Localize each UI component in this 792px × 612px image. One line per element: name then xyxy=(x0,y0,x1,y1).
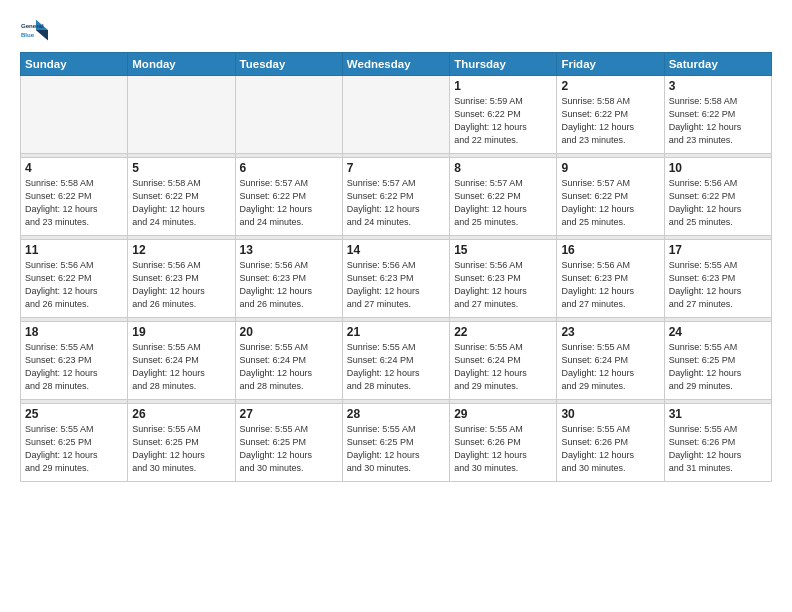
day-number: 23 xyxy=(561,325,659,339)
day-info: Sunrise: 5:56 AM Sunset: 6:22 PM Dayligh… xyxy=(25,259,123,311)
calendar-week-row: 11Sunrise: 5:56 AM Sunset: 6:22 PM Dayli… xyxy=(21,240,772,318)
calendar-cell: 29Sunrise: 5:55 AM Sunset: 6:26 PM Dayli… xyxy=(450,404,557,482)
day-info: Sunrise: 5:58 AM Sunset: 6:22 PM Dayligh… xyxy=(561,95,659,147)
calendar-cell xyxy=(235,76,342,154)
calendar-cell: 12Sunrise: 5:56 AM Sunset: 6:23 PM Dayli… xyxy=(128,240,235,318)
calendar-cell: 6Sunrise: 5:57 AM Sunset: 6:22 PM Daylig… xyxy=(235,158,342,236)
calendar-cell xyxy=(342,76,449,154)
day-number: 1 xyxy=(454,79,552,93)
day-header-saturday: Saturday xyxy=(664,53,771,76)
day-info: Sunrise: 5:55 AM Sunset: 6:24 PM Dayligh… xyxy=(132,341,230,393)
calendar-cell: 2Sunrise: 5:58 AM Sunset: 6:22 PM Daylig… xyxy=(557,76,664,154)
calendar-cell: 7Sunrise: 5:57 AM Sunset: 6:22 PM Daylig… xyxy=(342,158,449,236)
calendar-cell: 8Sunrise: 5:57 AM Sunset: 6:22 PM Daylig… xyxy=(450,158,557,236)
day-info: Sunrise: 5:58 AM Sunset: 6:22 PM Dayligh… xyxy=(132,177,230,229)
logo: General Blue xyxy=(20,16,52,44)
calendar-cell xyxy=(21,76,128,154)
calendar-cell: 3Sunrise: 5:58 AM Sunset: 6:22 PM Daylig… xyxy=(664,76,771,154)
calendar-cell: 23Sunrise: 5:55 AM Sunset: 6:24 PM Dayli… xyxy=(557,322,664,400)
day-number: 13 xyxy=(240,243,338,257)
day-number: 5 xyxy=(132,161,230,175)
day-number: 9 xyxy=(561,161,659,175)
logo-icon: General Blue xyxy=(20,16,48,44)
day-number: 26 xyxy=(132,407,230,421)
day-header-sunday: Sunday xyxy=(21,53,128,76)
calendar-cell xyxy=(128,76,235,154)
day-info: Sunrise: 5:55 AM Sunset: 6:26 PM Dayligh… xyxy=(454,423,552,475)
day-info: Sunrise: 5:59 AM Sunset: 6:22 PM Dayligh… xyxy=(454,95,552,147)
day-info: Sunrise: 5:58 AM Sunset: 6:22 PM Dayligh… xyxy=(25,177,123,229)
day-number: 29 xyxy=(454,407,552,421)
calendar-cell: 16Sunrise: 5:56 AM Sunset: 6:23 PM Dayli… xyxy=(557,240,664,318)
svg-marker-1 xyxy=(36,30,48,41)
calendar-cell: 18Sunrise: 5:55 AM Sunset: 6:23 PM Dayli… xyxy=(21,322,128,400)
day-info: Sunrise: 5:56 AM Sunset: 6:22 PM Dayligh… xyxy=(669,177,767,229)
day-info: Sunrise: 5:55 AM Sunset: 6:25 PM Dayligh… xyxy=(25,423,123,475)
day-number: 14 xyxy=(347,243,445,257)
day-info: Sunrise: 5:55 AM Sunset: 6:26 PM Dayligh… xyxy=(561,423,659,475)
day-info: Sunrise: 5:55 AM Sunset: 6:23 PM Dayligh… xyxy=(25,341,123,393)
day-number: 24 xyxy=(669,325,767,339)
day-header-thursday: Thursday xyxy=(450,53,557,76)
calendar-header-row: SundayMondayTuesdayWednesdayThursdayFrid… xyxy=(21,53,772,76)
day-number: 19 xyxy=(132,325,230,339)
calendar-cell: 21Sunrise: 5:55 AM Sunset: 6:24 PM Dayli… xyxy=(342,322,449,400)
day-number: 17 xyxy=(669,243,767,257)
day-number: 22 xyxy=(454,325,552,339)
day-number: 28 xyxy=(347,407,445,421)
day-header-monday: Monday xyxy=(128,53,235,76)
day-number: 31 xyxy=(669,407,767,421)
calendar-cell: 5Sunrise: 5:58 AM Sunset: 6:22 PM Daylig… xyxy=(128,158,235,236)
day-number: 2 xyxy=(561,79,659,93)
calendar-week-row: 25Sunrise: 5:55 AM Sunset: 6:25 PM Dayli… xyxy=(21,404,772,482)
day-number: 25 xyxy=(25,407,123,421)
calendar-cell: 1Sunrise: 5:59 AM Sunset: 6:22 PM Daylig… xyxy=(450,76,557,154)
calendar-table: SundayMondayTuesdayWednesdayThursdayFrid… xyxy=(20,52,772,482)
calendar-cell: 4Sunrise: 5:58 AM Sunset: 6:22 PM Daylig… xyxy=(21,158,128,236)
day-info: Sunrise: 5:57 AM Sunset: 6:22 PM Dayligh… xyxy=(347,177,445,229)
calendar-cell: 22Sunrise: 5:55 AM Sunset: 6:24 PM Dayli… xyxy=(450,322,557,400)
day-number: 4 xyxy=(25,161,123,175)
day-info: Sunrise: 5:55 AM Sunset: 6:24 PM Dayligh… xyxy=(347,341,445,393)
day-info: Sunrise: 5:55 AM Sunset: 6:23 PM Dayligh… xyxy=(669,259,767,311)
day-number: 12 xyxy=(132,243,230,257)
day-number: 3 xyxy=(669,79,767,93)
svg-text:Blue: Blue xyxy=(21,31,35,38)
day-number: 10 xyxy=(669,161,767,175)
calendar-cell: 17Sunrise: 5:55 AM Sunset: 6:23 PM Dayli… xyxy=(664,240,771,318)
day-info: Sunrise: 5:55 AM Sunset: 6:24 PM Dayligh… xyxy=(240,341,338,393)
day-number: 6 xyxy=(240,161,338,175)
day-info: Sunrise: 5:55 AM Sunset: 6:25 PM Dayligh… xyxy=(132,423,230,475)
day-header-wednesday: Wednesday xyxy=(342,53,449,76)
calendar-cell: 19Sunrise: 5:55 AM Sunset: 6:24 PM Dayli… xyxy=(128,322,235,400)
page: General Blue SundayMondayTuesdayWednesda… xyxy=(0,0,792,612)
day-info: Sunrise: 5:56 AM Sunset: 6:23 PM Dayligh… xyxy=(561,259,659,311)
day-number: 16 xyxy=(561,243,659,257)
day-info: Sunrise: 5:55 AM Sunset: 6:26 PM Dayligh… xyxy=(669,423,767,475)
calendar-cell: 9Sunrise: 5:57 AM Sunset: 6:22 PM Daylig… xyxy=(557,158,664,236)
day-info: Sunrise: 5:57 AM Sunset: 6:22 PM Dayligh… xyxy=(240,177,338,229)
day-number: 21 xyxy=(347,325,445,339)
calendar-cell: 30Sunrise: 5:55 AM Sunset: 6:26 PM Dayli… xyxy=(557,404,664,482)
svg-text:General: General xyxy=(21,22,44,29)
calendar-week-row: 1Sunrise: 5:59 AM Sunset: 6:22 PM Daylig… xyxy=(21,76,772,154)
calendar-cell: 28Sunrise: 5:55 AM Sunset: 6:25 PM Dayli… xyxy=(342,404,449,482)
day-number: 18 xyxy=(25,325,123,339)
calendar-week-row: 18Sunrise: 5:55 AM Sunset: 6:23 PM Dayli… xyxy=(21,322,772,400)
calendar-cell: 13Sunrise: 5:56 AM Sunset: 6:23 PM Dayli… xyxy=(235,240,342,318)
calendar-cell: 14Sunrise: 5:56 AM Sunset: 6:23 PM Dayli… xyxy=(342,240,449,318)
day-info: Sunrise: 5:56 AM Sunset: 6:23 PM Dayligh… xyxy=(454,259,552,311)
day-info: Sunrise: 5:55 AM Sunset: 6:25 PM Dayligh… xyxy=(240,423,338,475)
calendar-cell: 27Sunrise: 5:55 AM Sunset: 6:25 PM Dayli… xyxy=(235,404,342,482)
calendar-week-row: 4Sunrise: 5:58 AM Sunset: 6:22 PM Daylig… xyxy=(21,158,772,236)
calendar-cell: 26Sunrise: 5:55 AM Sunset: 6:25 PM Dayli… xyxy=(128,404,235,482)
day-number: 11 xyxy=(25,243,123,257)
day-info: Sunrise: 5:55 AM Sunset: 6:25 PM Dayligh… xyxy=(347,423,445,475)
calendar-cell: 31Sunrise: 5:55 AM Sunset: 6:26 PM Dayli… xyxy=(664,404,771,482)
day-info: Sunrise: 5:55 AM Sunset: 6:24 PM Dayligh… xyxy=(454,341,552,393)
calendar-cell: 11Sunrise: 5:56 AM Sunset: 6:22 PM Dayli… xyxy=(21,240,128,318)
day-number: 15 xyxy=(454,243,552,257)
calendar-cell: 20Sunrise: 5:55 AM Sunset: 6:24 PM Dayli… xyxy=(235,322,342,400)
day-number: 27 xyxy=(240,407,338,421)
day-number: 7 xyxy=(347,161,445,175)
